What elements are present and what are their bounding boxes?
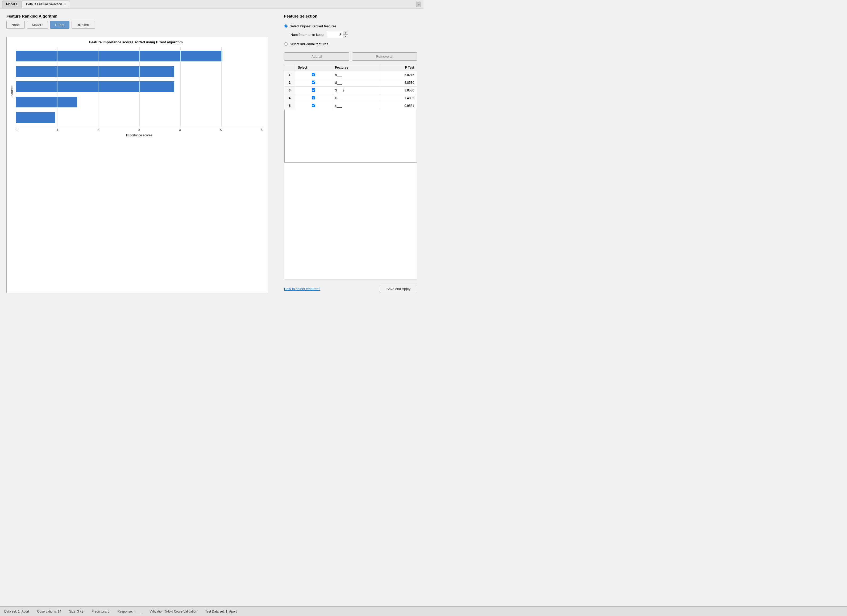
- tab-default-feature-label: Default Feature Selection: [26, 2, 62, 6]
- algorithm-buttons: None MRMR F Test RReliefF: [6, 21, 268, 29]
- spinner-down[interactable]: ▼: [343, 35, 348, 38]
- chart-inner: Features: [9, 47, 263, 137]
- tab-close-icon[interactable]: ×: [64, 3, 66, 6]
- cell-feature: d___: [332, 79, 379, 87]
- table-row: 2d___3.8530: [284, 79, 417, 87]
- cell-select: [295, 94, 332, 102]
- right-panel-title: Feature Selection: [284, 14, 417, 18]
- table-row: 4D___1.4895: [284, 94, 417, 102]
- cell-rank: 3: [284, 87, 295, 94]
- spinner-up[interactable]: ▲: [343, 31, 348, 35]
- chart-plot: 0 1 2 3 4 5 6 Importance scores: [16, 47, 263, 137]
- tab-default-feature[interactable]: Default Feature Selection ×: [22, 0, 70, 8]
- cell-select: [295, 71, 332, 79]
- corner-button[interactable]: ○: [416, 1, 421, 7]
- grid-line-2: [98, 47, 99, 127]
- radio-individual[interactable]: [284, 42, 288, 46]
- cell-rank: 1: [284, 71, 295, 79]
- col-select-header: Select: [295, 64, 332, 71]
- x-axis-label: Importance scores: [16, 133, 263, 137]
- algo-btn-rrelieff[interactable]: RReliefF: [72, 21, 95, 29]
- save-apply-button[interactable]: Save and Apply: [380, 285, 417, 293]
- cell-select: [295, 102, 332, 110]
- radio-group: Select highest ranked features Num featu…: [284, 24, 417, 46]
- bar-D: [16, 97, 77, 108]
- spinner-buttons: ▲ ▼: [343, 31, 348, 38]
- remove-all-button[interactable]: Remove all: [352, 52, 417, 60]
- num-features-label: Num features to keep: [291, 33, 323, 37]
- algo-btn-mrmr[interactable]: MRMR: [27, 21, 48, 29]
- bottom-row: How to select features? Save and Apply: [284, 285, 417, 293]
- cell-score: 0.9581: [379, 102, 417, 110]
- col-features-header: Features: [332, 64, 379, 71]
- grid-line-3: [139, 47, 140, 127]
- cell-feature: D___: [332, 94, 379, 102]
- bar-x: [16, 112, 55, 123]
- help-link[interactable]: How to select features?: [284, 287, 320, 291]
- radio-row-highest: Select highest ranked features: [284, 24, 417, 28]
- cell-rank: 2: [284, 79, 295, 87]
- left-panel-title: Feature Ranking Algorithm: [6, 14, 268, 18]
- feature-checkbox[interactable]: [312, 73, 315, 76]
- tab-bar: Model 1 Default Feature Selection × ○: [0, 0, 424, 9]
- algo-btn-none[interactable]: None: [6, 21, 25, 29]
- radio-row-individual: Select individual features: [284, 42, 417, 46]
- y-axis-label: Features: [9, 47, 15, 137]
- x-tick-3: 3: [138, 128, 140, 132]
- feature-table: Select Features F Test 1h___5.02152d___3…: [284, 64, 417, 279]
- bar-s2: [16, 81, 174, 92]
- cell-feature: S___2: [332, 87, 379, 94]
- x-tick-6: 6: [261, 128, 263, 132]
- cell-select: [295, 79, 332, 87]
- cell-score: 3.8530: [379, 87, 417, 94]
- col-rank-header: [284, 64, 295, 71]
- num-features-row: Num features to keep ▲ ▼: [291, 31, 417, 38]
- radio-individual-label: Select individual features: [290, 42, 328, 46]
- cell-feature: h___: [332, 71, 379, 79]
- add-all-button[interactable]: Add all: [284, 52, 349, 60]
- cell-feature: x___: [332, 102, 379, 110]
- grid-line-1: [57, 47, 58, 127]
- main-content: Feature Ranking Algorithm None MRMR F Te…: [0, 9, 424, 298]
- table-row: 1h___5.0215: [284, 71, 417, 79]
- feature-checkbox[interactable]: [312, 104, 315, 107]
- num-features-input-container: ▲ ▼: [327, 31, 348, 38]
- table-header-row: Select Features F Test: [284, 64, 417, 71]
- cell-score: 1.4895: [379, 94, 417, 102]
- chart-title: Feature importance scores sorted using F…: [9, 40, 263, 44]
- grid-line-4: [180, 47, 181, 127]
- cell-score: 3.8530: [379, 79, 417, 87]
- corner-icon: ○: [418, 3, 419, 6]
- algo-btn-ftest[interactable]: F Test: [50, 21, 69, 29]
- bar-d: [16, 66, 174, 77]
- feature-checkbox[interactable]: [312, 88, 315, 92]
- chart-container: Feature importance scores sorted using F…: [6, 37, 268, 293]
- cell-score: 5.0215: [379, 71, 417, 79]
- table-row: 3S___23.8530: [284, 87, 417, 94]
- left-panel: Feature Ranking Algorithm None MRMR F Te…: [6, 14, 268, 293]
- action-buttons: Add all Remove all: [284, 52, 417, 60]
- tab-model1-label: Model 1: [6, 2, 18, 6]
- bar-h: [16, 51, 222, 62]
- table-row: 5x___0.9581: [284, 102, 417, 110]
- x-tick-2: 2: [97, 128, 99, 132]
- right-panel: Feature Selection Select highest ranked …: [284, 14, 417, 293]
- cell-rank: 4: [284, 94, 295, 102]
- x-tick-0: 0: [16, 128, 18, 132]
- x-axis: 0 1 2 3 4 5 6: [16, 127, 263, 132]
- col-ftest-header: F Test: [379, 64, 417, 71]
- tab-model1[interactable]: Model 1: [2, 0, 22, 8]
- cell-select: [295, 87, 332, 94]
- feature-checkbox[interactable]: [312, 81, 315, 84]
- radio-highest[interactable]: [284, 25, 288, 28]
- x-tick-1: 1: [57, 128, 59, 132]
- radio-highest-label: Select highest ranked features: [290, 24, 336, 28]
- cell-rank: 5: [284, 102, 295, 110]
- x-tick-4: 4: [179, 128, 181, 132]
- feature-table-content: Select Features F Test 1h___5.02152d___3…: [284, 64, 417, 109]
- table-empty-area: [284, 109, 417, 163]
- x-tick-5: 5: [220, 128, 222, 132]
- feature-checkbox[interactable]: [312, 96, 315, 99]
- num-features-field[interactable]: [327, 32, 343, 37]
- bars-area: [16, 47, 263, 127]
